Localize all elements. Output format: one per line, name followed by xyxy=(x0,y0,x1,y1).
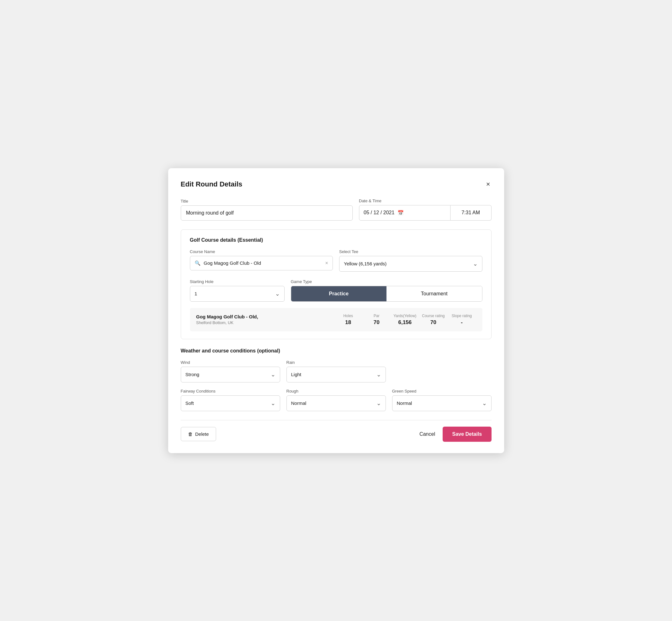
game-type-label: Game Type xyxy=(291,279,482,284)
chevron-down-icon-green: ⌄ xyxy=(482,400,487,407)
chevron-down-icon-rain: ⌄ xyxy=(376,371,381,378)
time-value: 7:31 AM xyxy=(462,210,480,215)
wind-rain-row: Wind Strong ⌄ Rain Light ⌄ xyxy=(181,360,492,382)
chevron-down-icon-rough: ⌄ xyxy=(376,400,381,407)
course-stats: Holes 18 Par 70 Yards(Yellow) 6,156 Cour… xyxy=(334,314,476,326)
yards-value: 6,156 xyxy=(398,319,412,326)
fairway-dropdown[interactable]: Soft ⌄ xyxy=(181,396,280,411)
select-tee-label: Select Tee xyxy=(339,249,482,254)
course-name-group: Course Name 🔍 × xyxy=(190,249,333,272)
rain-field: Rain Light ⌄ xyxy=(287,360,386,382)
time-input[interactable]: 7:31 AM xyxy=(451,205,492,220)
close-button[interactable]: × xyxy=(485,179,492,189)
rough-label: Rough xyxy=(287,389,386,394)
game-type-group: Game Type Practice Tournament xyxy=(291,279,482,302)
course-info-name: Gog Magog Golf Club - Old, Shelford Bott… xyxy=(196,314,334,325)
rain-value: Light xyxy=(291,372,302,377)
delete-button[interactable]: 🗑 Delete xyxy=(181,427,216,441)
wind-field: Wind Strong ⌄ xyxy=(181,360,280,382)
trash-icon: 🗑 xyxy=(188,431,193,437)
slope-rating-label: Slope rating xyxy=(452,314,472,318)
fairway-label: Fairway Conditions xyxy=(181,389,280,394)
holes-value: 18 xyxy=(345,319,351,326)
slope-rating-value: - xyxy=(461,319,463,326)
search-icon: 🔍 xyxy=(195,260,201,266)
select-tee-value: Yellow (6,156 yards) xyxy=(344,261,386,266)
course-rating-stat: Course rating 70 xyxy=(419,314,448,326)
starting-hole-label: Starting Hole xyxy=(190,279,285,284)
green-speed-field: Green Speed Normal ⌄ xyxy=(392,389,492,411)
par-stat: Par 70 xyxy=(363,314,391,326)
calendar-icon: 📅 xyxy=(397,210,404,216)
wind-dropdown[interactable]: Strong ⌄ xyxy=(181,367,280,382)
course-rating-value: 70 xyxy=(430,319,436,326)
top-fields-row: Title Date & Time 05 / 12 / 2021 📅 7:31 … xyxy=(181,199,492,220)
holes-label: Holes xyxy=(343,314,353,318)
yards-stat: Yards(Yellow) 6,156 xyxy=(391,314,419,326)
chevron-down-icon-fairway: ⌄ xyxy=(271,400,276,407)
date-time-field-group: Date & Time 05 / 12 / 2021 📅 7:31 AM xyxy=(359,199,492,220)
date-time-group: 05 / 12 / 2021 📅 7:31 AM xyxy=(359,205,492,220)
practice-button[interactable]: Practice xyxy=(291,286,387,301)
date-value: 05 / 12 / 2021 xyxy=(364,210,395,215)
course-rating-label: Course rating xyxy=(422,314,445,318)
chevron-down-icon-wind: ⌄ xyxy=(271,371,276,378)
slope-rating-stat: Slope rating - xyxy=(448,314,476,326)
yards-label: Yards(Yellow) xyxy=(393,314,416,318)
weather-title: Weather and course conditions (optional) xyxy=(181,348,492,354)
rough-value: Normal xyxy=(291,401,306,406)
course-name-input[interactable] xyxy=(204,260,322,266)
game-type-toggle: Practice Tournament xyxy=(291,286,482,302)
select-tee-dropdown[interactable]: Yellow (6,156 yards) ⌄ xyxy=(339,256,482,272)
course-location: Shelford Bottom, UK xyxy=(196,320,334,325)
green-speed-dropdown[interactable]: Normal ⌄ xyxy=(392,396,492,411)
modal-header: Edit Round Details × xyxy=(181,179,492,189)
wind-value: Strong xyxy=(185,372,199,377)
clear-course-button[interactable]: × xyxy=(325,260,328,266)
title-field-group: Title xyxy=(181,199,353,220)
edit-round-modal: Edit Round Details × Title Date & Time 0… xyxy=(168,168,504,453)
weather-section: Weather and course conditions (optional)… xyxy=(181,348,492,411)
green-speed-value: Normal xyxy=(397,401,412,406)
hole-game-row: Starting Hole 1 ⌄ Game Type Practice Tou… xyxy=(190,279,482,302)
select-tee-group: Select Tee Yellow (6,156 yards) ⌄ xyxy=(339,249,482,272)
footer-right: Cancel Save Details xyxy=(419,427,491,442)
green-speed-label: Green Speed xyxy=(392,389,492,394)
rain-label: Rain xyxy=(287,360,386,365)
golf-course-section: Golf Course details (Essential) Course N… xyxy=(181,230,492,339)
course-info-row: Gog Magog Golf Club - Old, Shelford Bott… xyxy=(190,308,482,331)
title-label: Title xyxy=(181,199,353,204)
rough-field: Rough Normal ⌄ xyxy=(287,389,386,411)
fairway-rough-green-row: Fairway Conditions Soft ⌄ Rough Normal ⌄… xyxy=(181,389,492,411)
title-input[interactable] xyxy=(181,205,353,220)
chevron-down-icon: ⌄ xyxy=(473,260,478,267)
fairway-field: Fairway Conditions Soft ⌄ xyxy=(181,389,280,411)
starting-hole-group: Starting Hole 1 ⌄ xyxy=(190,279,285,302)
starting-hole-dropdown[interactable]: 1 ⌄ xyxy=(190,286,285,302)
par-value: 70 xyxy=(374,319,380,326)
course-tee-row: Course Name 🔍 × Select Tee Yellow (6,156… xyxy=(190,249,482,272)
wind-label: Wind xyxy=(181,360,280,365)
holes-stat: Holes 18 xyxy=(334,314,363,326)
par-label: Par xyxy=(374,314,380,318)
date-input[interactable]: 05 / 12 / 2021 📅 xyxy=(359,205,451,220)
starting-hole-value: 1 xyxy=(195,291,197,296)
golf-course-title: Golf Course details (Essential) xyxy=(190,237,482,243)
fairway-value: Soft xyxy=(185,401,194,406)
course-name-label: Course Name xyxy=(190,249,333,254)
modal-title: Edit Round Details xyxy=(181,180,243,189)
tournament-button[interactable]: Tournament xyxy=(386,286,482,301)
delete-label: Delete xyxy=(195,431,209,437)
chevron-down-icon-hole: ⌄ xyxy=(275,290,280,297)
date-time-label: Date & Time xyxy=(359,199,492,203)
modal-footer: 🗑 Delete Cancel Save Details xyxy=(181,420,492,442)
cancel-button[interactable]: Cancel xyxy=(419,431,435,437)
rough-dropdown[interactable]: Normal ⌄ xyxy=(287,396,386,411)
save-button[interactable]: Save Details xyxy=(443,427,491,442)
course-name-input-wrap[interactable]: 🔍 × xyxy=(190,256,333,271)
rain-dropdown[interactable]: Light ⌄ xyxy=(287,367,386,382)
course-full-name: Gog Magog Golf Club - Old, xyxy=(196,314,334,319)
